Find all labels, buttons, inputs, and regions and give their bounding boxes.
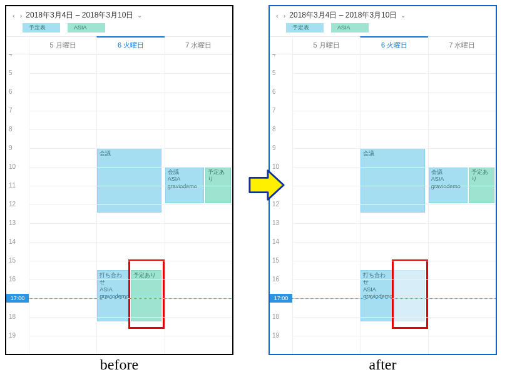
hour-label: 5 xyxy=(272,69,276,76)
nav-next-icon[interactable]: › xyxy=(282,12,287,19)
event-meeting[interactable]: 打ち合わせASIAgraviodemo xyxy=(361,270,393,321)
date-nav: ‹ › 2018年3月4日 – 2018年3月10日 ⌄ xyxy=(270,6,496,23)
event-meeting[interactable]: 会議 xyxy=(361,148,425,213)
hour-label: 7 xyxy=(272,107,276,114)
hour-label: 15 xyxy=(9,257,16,264)
hour-label: 18 xyxy=(272,313,279,320)
calendar-panel-after: ‹ › 2018年3月4日 – 2018年3月10日 ⌄ 予定表 ASIA 5 … xyxy=(269,5,497,355)
calendar-grid[interactable]: 45678910111213141516171819 会議打ち合わせASIAgr… xyxy=(270,54,496,354)
hour-label: 15 xyxy=(272,257,279,264)
event-empty[interactable] xyxy=(394,270,425,321)
hour-label: 12 xyxy=(272,201,279,208)
day-header-row: 5 月曜日 6 火曜日 7 水曜日 xyxy=(270,36,496,54)
day-column-tue[interactable]: 会議打ち合わせASIAgraviodemo xyxy=(360,54,427,354)
event-meeting[interactable]: 打ち合わせASIAgraviodemo xyxy=(97,270,130,321)
day-column-mon[interactable] xyxy=(29,54,96,354)
date-range[interactable]: 2018年3月4日 – 2018年3月10日 xyxy=(26,10,133,21)
calendar-grid[interactable]: 45678910111213141516171819 会議打ち合わせASIAgr… xyxy=(6,54,232,354)
hour-label: 14 xyxy=(272,238,279,245)
date-dropdown-icon[interactable]: ⌄ xyxy=(401,12,406,19)
calendar-legend: 予定表 ASIA xyxy=(6,23,232,36)
hour-label: 19 xyxy=(9,332,16,339)
nav-next-icon[interactable]: › xyxy=(19,12,24,19)
calendar-panel-before: ‹ › 2018年3月4日 – 2018年3月10日 ⌄ 予定表 ASIA 5 … xyxy=(5,5,233,355)
hour-label: 11 xyxy=(272,182,279,189)
hour-label: 9 xyxy=(9,144,13,151)
legend-asia[interactable]: ASIA xyxy=(68,23,105,33)
hour-label: 7 xyxy=(9,107,13,114)
event-busy[interactable]: 予定あり xyxy=(469,167,494,203)
event-meeting[interactable]: 会議ASIAgraviodemo xyxy=(429,167,468,203)
event-busy[interactable]: 予定あり xyxy=(205,167,231,203)
hour-label: 16 xyxy=(272,276,279,283)
hour-label: 4 xyxy=(9,54,13,58)
hour-label: 6 xyxy=(9,88,13,95)
hour-label: 4 xyxy=(272,54,276,58)
calendar-legend: 予定表 ASIA xyxy=(270,23,496,36)
date-dropdown-icon[interactable]: ⌄ xyxy=(137,12,142,19)
date-nav: ‹ › 2018年3月4日 – 2018年3月10日 ⌄ xyxy=(6,6,232,23)
hour-label: 10 xyxy=(272,163,279,170)
day-header-mon[interactable]: 5 月曜日 xyxy=(292,37,360,54)
hour-label: 18 xyxy=(9,313,16,320)
hour-label: 13 xyxy=(272,219,279,226)
day-column-tue[interactable]: 会議打ち合わせASIAgraviodemo予定あり xyxy=(96,54,164,354)
event-busy[interactable]: 予定あり xyxy=(131,270,161,321)
day-header-tue[interactable]: 6 火曜日 xyxy=(96,36,164,54)
hour-label: 16 xyxy=(9,276,16,283)
legend-asia[interactable]: ASIA xyxy=(331,23,369,33)
date-range[interactable]: 2018年3月4日 – 2018年3月10日 xyxy=(289,10,397,21)
hour-label: 8 xyxy=(272,126,276,133)
label-before: before xyxy=(5,356,233,373)
event-meeting[interactable]: 会議 xyxy=(97,148,161,213)
hour-label: 12 xyxy=(9,201,16,208)
hour-label: 10 xyxy=(9,163,16,170)
day-column-mon[interactable] xyxy=(292,54,360,354)
day-header-row: 5 月曜日 6 火曜日 7 水曜日 xyxy=(6,36,232,54)
now-indicator: 17:00 xyxy=(6,294,29,303)
day-column-wed[interactable]: 7 水曜日 xyxy=(428,37,496,54)
legend-schedule[interactable]: 予定表 xyxy=(23,23,60,33)
day-column-wed[interactable]: 会議ASIAgraviodemo予定あり xyxy=(165,54,232,354)
hour-label: 9 xyxy=(272,144,276,151)
day-header-tue[interactable]: 6 火曜日 xyxy=(360,36,427,54)
hour-label: 13 xyxy=(9,219,16,226)
hour-label: 14 xyxy=(9,238,16,245)
day-column-wed[interactable]: 会議ASIAgraviodemo予定あり xyxy=(428,54,496,354)
hour-label: 11 xyxy=(9,182,16,189)
legend-schedule[interactable]: 予定表 xyxy=(286,23,324,33)
hour-label: 5 xyxy=(9,69,13,76)
hour-label: 8 xyxy=(9,126,13,133)
label-after: after xyxy=(269,356,497,373)
now-indicator: 17:00 xyxy=(270,294,292,303)
nav-prev-icon[interactable]: ‹ xyxy=(275,12,280,19)
hour-label: 19 xyxy=(272,332,279,339)
day-header-wed[interactable]: 7 水曜日 xyxy=(165,37,232,54)
event-meeting[interactable]: 会議ASIAgraviodemo xyxy=(165,167,204,203)
nav-prev-icon[interactable]: ‹ xyxy=(11,12,16,19)
day-header-mon[interactable]: 5 月曜日 xyxy=(29,37,96,54)
hour-label: 6 xyxy=(272,88,276,95)
